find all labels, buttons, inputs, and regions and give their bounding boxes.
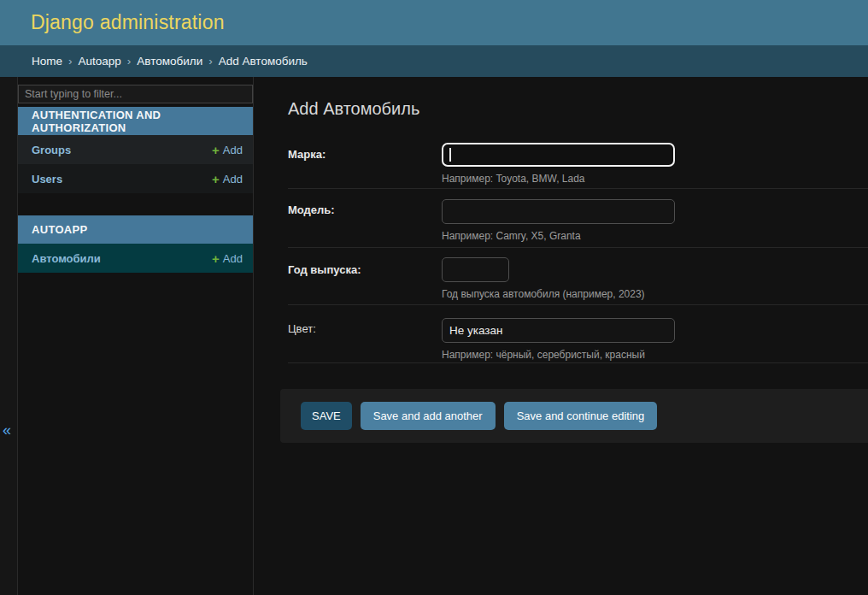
form-row-color: Цвет: Например: чёрный, серебристый, кра… (288, 305, 868, 363)
color-label: Цвет: (288, 305, 442, 362)
cars-add-link[interactable]: + Add (212, 252, 243, 265)
section-header-autoapp[interactable]: AUTOAPP (18, 215, 253, 244)
model-label: Модель: (288, 189, 442, 247)
year-input[interactable] (442, 257, 509, 282)
form-row-year: Год выпуска: Год выпуска автомобиля (нап… (288, 248, 868, 305)
header: Django administration (0, 0, 868, 45)
save-button[interactable]: SAVE (301, 402, 352, 430)
model-help-text: Например: Camry, X5, Granta (442, 230, 868, 242)
sidebar-section-autoapp: AUTOAPP Автомобили + Add (18, 215, 253, 273)
groups-add-link[interactable]: + Add (212, 144, 243, 156)
marka-label: Марка: (288, 137, 442, 188)
django-admin-app: Django administration Home › Autoapp › А… (0, 0, 868, 595)
main-content: Add Автомобиль Марка: Например: Toyota, … (255, 77, 868, 595)
users-link[interactable]: Users (32, 173, 62, 186)
color-help-text: Например: чёрный, серебристый, красный (442, 349, 868, 361)
marka-help-text: Например: Toyota, BMW, Lada (442, 173, 868, 185)
breadcrumb-separator: › (208, 55, 213, 68)
add-icon: + (212, 144, 220, 156)
groups-link[interactable]: Groups (32, 144, 71, 156)
breadcrumb: Home › Autoapp › Автомобили › Add Автомо… (0, 45, 868, 77)
sidebar-item-users[interactable]: Users + Add (18, 164, 253, 193)
sidebar-collapse-strip: « (0, 77, 18, 595)
marka-input[interactable] (442, 143, 675, 167)
save-and-continue-editing-button[interactable]: Save and continue editing (504, 402, 658, 430)
cars-link[interactable]: Автомобили (32, 252, 101, 265)
year-help-text: Год выпуска автомобиля (например, 2023) (442, 288, 868, 300)
site-title[interactable]: Django administration (31, 0, 225, 45)
sidebar-item-cars[interactable]: Автомобили + Add (18, 244, 253, 273)
collapse-sidebar-icon[interactable]: « (3, 422, 11, 438)
text-cursor (449, 148, 451, 162)
add-label: Add (223, 173, 243, 186)
year-label: Год выпуска: (288, 248, 442, 304)
sidebar-item-groups[interactable]: Groups + Add (18, 135, 253, 164)
breadcrumb-current: Add Автомобиль (219, 55, 308, 68)
form-row-model: Модель: Например: Camry, X5, Granta (288, 189, 868, 248)
section-header-auth[interactable]: AUTHENTICATION AND AUTHORIZATION (18, 107, 253, 135)
sidebar: AUTHENTICATION AND AUTHORIZATION Groups … (18, 77, 254, 595)
add-label: Add (223, 144, 243, 156)
breadcrumb-home[interactable]: Home (32, 55, 62, 68)
breadcrumb-separator: › (127, 55, 132, 68)
breadcrumb-cars-list[interactable]: Автомобили (137, 55, 202, 68)
breadcrumb-separator: › (68, 55, 73, 68)
submit-row: SAVE Save and add another Save and conti… (280, 389, 868, 443)
add-label: Add (223, 252, 243, 265)
add-icon: + (212, 252, 220, 265)
add-icon: + (212, 173, 220, 186)
page-title: Add Автомобиль (288, 99, 419, 119)
sidebar-section-auth: AUTHENTICATION AND AUTHORIZATION Groups … (18, 107, 253, 193)
model-input[interactable] (442, 199, 675, 224)
breadcrumb-autoapp[interactable]: Autoapp (79, 55, 121, 68)
save-and-add-another-button[interactable]: Save and add another (361, 402, 496, 430)
sidebar-filter-input[interactable] (18, 85, 253, 103)
color-input[interactable] (442, 318, 675, 343)
users-add-link[interactable]: + Add (212, 173, 243, 186)
form-row-marka: Марка: Например: Toyota, BMW, Lada (288, 137, 868, 189)
